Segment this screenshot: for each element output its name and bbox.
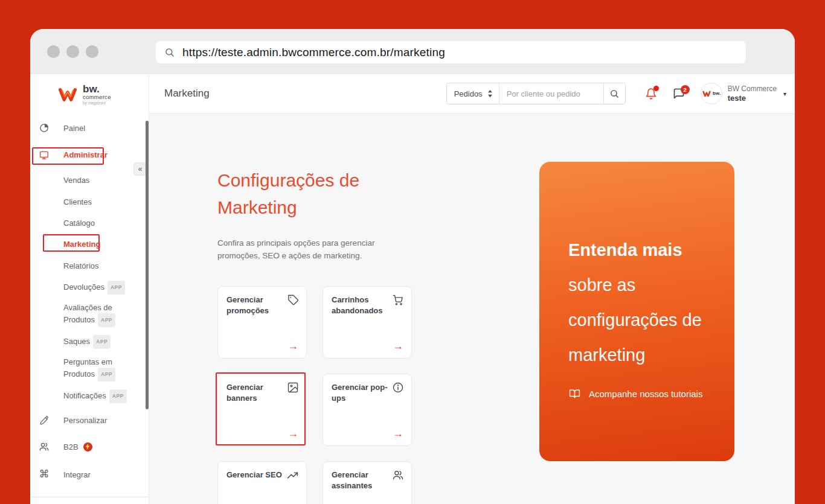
sidebar: bw. commerce by magazord Painel « <box>30 74 149 504</box>
app-badge: APP <box>98 313 115 327</box>
sidebar-item-administrar[interactable]: Administrar <box>30 141 149 168</box>
tag-icon <box>287 294 299 306</box>
monitor-icon <box>39 150 50 161</box>
search-icon <box>609 89 620 99</box>
browser-window: https://teste.admin.bwcommerce.com.br/ma… <box>30 29 795 504</box>
trending-up-icon <box>286 469 299 482</box>
search-filter-select[interactable]: Pedidos <box>447 83 499 104</box>
logo-text: bw. commerce by magazord <box>83 85 111 105</box>
app-badge: APP <box>98 368 115 381</box>
bw-logo-icon <box>702 90 711 98</box>
app-logo[interactable]: bw. commerce by magazord <box>30 74 149 115</box>
image-icon <box>287 381 299 394</box>
cart-icon <box>392 294 404 306</box>
sidebar-item-painel[interactable]: Painel <box>30 115 149 141</box>
search-icon <box>164 47 175 58</box>
avatar[interactable]: bw. <box>701 83 722 104</box>
card-carrinhos-abandonados[interactable]: Carrinhos abandonados → <box>323 286 412 359</box>
notification-dot <box>653 86 659 91</box>
chevron-down-icon[interactable]: ▾ <box>783 91 786 97</box>
sidebar-item-devolucoes[interactable]: DevoluçõesAPP <box>30 276 149 298</box>
arrow-right-icon: → <box>393 427 403 440</box>
promo-heading: Entenda mais sobre as configurações de m… <box>568 232 712 372</box>
sidebar-item-vendas[interactable]: Vendas <box>30 168 149 191</box>
browser-chrome: https://teste.admin.bwcommerce.com.br/ma… <box>30 29 795 74</box>
arrow-right-icon: → <box>287 340 298 352</box>
app-badge: APP <box>93 335 111 349</box>
notifications-button[interactable] <box>645 88 657 100</box>
user-name: teste <box>728 94 777 103</box>
card-gerenciar-banners[interactable]: Gerenciar banners → <box>217 374 307 446</box>
lightning-badge-icon <box>83 442 92 451</box>
book-open-icon <box>568 388 581 400</box>
sidebar-item-relatorios[interactable]: Relatórios <box>30 255 149 276</box>
users-icon <box>392 469 404 481</box>
card-gerenciar-seo[interactable]: Gerenciar SEO → <box>217 461 307 504</box>
arrow-right-icon: → <box>393 340 403 352</box>
sidebar-scrollbar[interactable] <box>146 121 149 409</box>
order-search-group: Pedidos <box>446 83 626 104</box>
sidebar-item-notificacoes[interactable]: NotificaçõesAPP <box>30 384 149 407</box>
arrow-right-icon: → <box>287 427 298 440</box>
address-bar[interactable]: https://teste.admin.bwcommerce.com.br/ma… <box>156 41 746 63</box>
card-gerenciar-assinantes[interactable]: Gerenciar assinantes → <box>323 461 412 504</box>
app-badge: APP <box>108 281 125 295</box>
pie-chart-icon <box>39 123 50 133</box>
bw-logo-icon <box>57 87 79 103</box>
search-button[interactable] <box>603 83 625 104</box>
tutorials-link[interactable]: Acompanhe nossos tutoriais <box>568 388 710 400</box>
search-input[interactable] <box>499 83 603 104</box>
info-icon <box>392 381 404 394</box>
sidebar-item-marketing[interactable]: Marketing <box>30 234 149 255</box>
card-gerenciar-popups[interactable]: Gerenciar pop-ups → <box>323 374 412 446</box>
window-controls <box>47 45 98 58</box>
content-area: Configurações de Marketing Confira as pr… <box>149 113 795 504</box>
sidebar-item-catalogo[interactable]: Catálogo <box>30 212 149 234</box>
messages-count-badge: 2 <box>681 85 690 94</box>
sort-arrows-icon <box>487 89 493 98</box>
url-text: https://teste.admin.bwcommerce.com.br/ma… <box>182 46 445 59</box>
sidebar-nav: Painel « Administrar Vendas Clientes Cat… <box>30 115 149 488</box>
marketing-cards-grid: Gerenciar promoções → Carrinhos abandona… <box>217 286 414 504</box>
sidebar-item-perguntas-em-produtos[interactable]: Perguntas em ProdutosAPP <box>30 353 149 384</box>
app-badge: APP <box>109 389 127 403</box>
sidebar-collapse-button[interactable]: « <box>133 162 147 176</box>
users-icon <box>39 441 50 452</box>
user-company: BW Commerce <box>728 85 777 94</box>
sidebar-item-saques[interactable]: SaquesAPP <box>30 331 149 353</box>
user-menu[interactable]: BW Commerce teste <box>728 85 777 103</box>
page-header: Marketing Pedidos <box>149 74 795 113</box>
sidebar-item-b2b[interactable]: B2B <box>30 433 149 461</box>
promo-banner: Entenda mais sobre as configurações de m… <box>539 162 734 461</box>
pencil-icon <box>39 415 50 426</box>
sidebar-item-avaliacoes-de-produtos[interactable]: Avaliações de ProdutosAPP <box>30 298 149 331</box>
sidebar-item-personalizar[interactable]: Personalizar <box>30 407 149 433</box>
page-heading: Configurações de Marketing <box>217 167 405 221</box>
page-description: Confira as principais opções para gerenc… <box>217 237 417 262</box>
window-minimize-button[interactable] <box>66 45 79 58</box>
card-gerenciar-promocoes[interactable]: Gerenciar promoções → <box>217 286 307 359</box>
messages-button[interactable]: 2 <box>673 88 685 100</box>
page-title: Marketing <box>164 88 210 100</box>
sidebar-item-clientes[interactable]: Clientes <box>30 191 149 212</box>
sidebar-item-integrar[interactable]: ⌘ Integrar <box>30 461 149 488</box>
window-close-button[interactable] <box>47 45 60 58</box>
command-icon: ⌘ <box>39 469 50 480</box>
sidebar-divider <box>30 497 149 497</box>
window-maximize-button[interactable] <box>86 45 98 58</box>
